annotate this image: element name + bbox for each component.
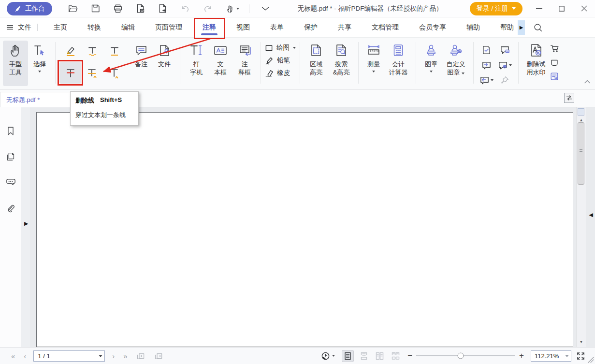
delete-page-icon[interactable] <box>135 3 145 14</box>
drawing-button[interactable]: 绘图 <box>265 44 296 52</box>
minimize-button[interactable] <box>535 4 543 13</box>
hand-tool-button[interactable]: 手型工具 <box>3 41 28 86</box>
select-tool-button[interactable]: 选择 <box>28 41 51 86</box>
shop-bag-icon[interactable] <box>550 58 559 67</box>
first-page-button[interactable]: « <box>7 352 19 360</box>
menu-tab-comment[interactable]: 注释 <box>192 17 226 38</box>
file-attachment-button[interactable]: 文件 <box>153 41 176 86</box>
menu-tab-member-exclusive[interactable]: 会员专享 <box>409 17 456 38</box>
hand-tool-quick-button[interactable] <box>225 4 239 14</box>
squiggly-underline-tool-button[interactable] <box>81 41 103 62</box>
tab-switch-button[interactable] <box>564 93 574 103</box>
attachments-panel-icon[interactable] <box>5 203 16 214</box>
file-menu[interactable]: 文件 <box>6 23 31 32</box>
facing-view-button[interactable] <box>374 350 386 362</box>
window-resize-grip[interactable] <box>588 357 594 363</box>
menu-tab-edit[interactable]: 编辑 <box>111 17 145 38</box>
highlight-tool-button[interactable] <box>59 41 81 62</box>
typewriter-button[interactable]: 打字机 <box>184 41 208 86</box>
underline-tool-button[interactable] <box>103 41 126 62</box>
document-viewport[interactable] <box>30 107 576 347</box>
import-comments-button[interactable] <box>481 60 492 70</box>
pdf-page[interactable] <box>36 112 573 347</box>
zoom-out-button[interactable]: − <box>404 351 416 361</box>
collapse-ribbon-icon[interactable] <box>583 79 591 85</box>
measure-button[interactable]: 测量 <box>363 41 385 86</box>
sidebar-expand-handle[interactable]: ▶ <box>24 220 28 227</box>
reply-comments-button[interactable] <box>479 75 493 85</box>
facing-continuous-view-button[interactable] <box>390 350 402 362</box>
keep-tool-selected-pin-button[interactable] <box>500 75 509 85</box>
redo-icon[interactable] <box>203 3 213 14</box>
menu-tab-assist[interactable]: 辅助 <box>456 17 490 38</box>
window-controls <box>535 4 588 13</box>
next-page-button[interactable]: › <box>108 352 119 360</box>
last-page-button[interactable]: » <box>119 352 131 360</box>
scroll-up-arrow[interactable]: ▲ <box>577 118 586 122</box>
tooltip-title: 删除线 <box>75 96 94 105</box>
close-button[interactable] <box>580 4 588 13</box>
scroll-down-arrow[interactable]: ▼ <box>577 340 586 344</box>
maximize-button[interactable] <box>558 5 566 13</box>
approve-comments-button[interactable] <box>481 45 492 55</box>
custom-stamp-button[interactable]: 自定义图章 <box>442 41 469 86</box>
comment-summary-button[interactable] <box>500 45 510 55</box>
menu-tab-protect[interactable]: 保护 <box>294 17 328 38</box>
right-panel-expand-handle[interactable]: ◀ <box>589 212 593 218</box>
note-button[interactable]: 备注 <box>130 41 153 86</box>
pencil-button[interactable]: 铅笔 <box>265 56 296 65</box>
search-highlight-button[interactable]: 搜索&高亮 <box>328 41 354 86</box>
undo-icon[interactable] <box>180 3 190 14</box>
menu-tab-share[interactable]: 共享 <box>328 17 362 38</box>
bookmarks-panel-icon[interactable] <box>5 126 16 136</box>
scrollbar-thumb[interactable] <box>578 122 584 185</box>
insert-text-tool-button[interactable] <box>103 62 126 84</box>
page-number-combobox[interactable]: 1 / 1 <box>33 350 105 362</box>
continuous-view-button[interactable] <box>358 350 370 362</box>
comments-panel-icon[interactable] <box>5 177 16 188</box>
menu-tab-page-management[interactable]: 页面管理 <box>145 17 192 38</box>
menu-tab-convert[interactable]: 转换 <box>77 17 111 38</box>
previous-view-button[interactable] <box>132 351 150 361</box>
vertical-scrollbar[interactable]: ▲ ▼ <box>576 107 586 347</box>
accounting-calculator-button[interactable]: 会计计算器 <box>385 41 412 86</box>
reading-timer-button[interactable] <box>321 351 335 361</box>
login-register-button[interactable]: 登录 / 注册 <box>470 2 522 15</box>
stamp-button[interactable]: 图章 <box>420 41 442 86</box>
area-highlight-button[interactable]: 区域高亮 <box>304 41 328 86</box>
previous-page-button[interactable]: ‹ <box>19 352 30 360</box>
remove-trial-watermark-button[interactable]: 删除试用水印 <box>522 41 550 86</box>
search-icon[interactable] <box>533 22 543 33</box>
subscription-list-icon[interactable] <box>550 72 559 81</box>
next-view-button[interactable] <box>150 351 168 361</box>
menu-tab-document-management[interactable]: 文档管理 <box>362 17 409 38</box>
callout-button[interactable]: 注释框 <box>232 41 257 86</box>
pages-panel-icon[interactable] <box>5 151 16 162</box>
zoom-in-button[interactable]: + <box>515 351 528 361</box>
textbox-button[interactable]: 文本框 <box>208 41 232 86</box>
zoom-level-combobox[interactable]: 112.21% <box>531 350 571 362</box>
save-icon[interactable] <box>90 3 101 14</box>
replace-text-tool-button[interactable] <box>81 62 103 84</box>
eraser-button[interactable]: 橡皮 <box>265 69 296 77</box>
document-tab[interactable]: 无标题.pdf * <box>0 92 71 107</box>
fullscreen-button[interactable] <box>576 351 585 361</box>
open-file-icon[interactable] <box>68 3 78 14</box>
zoom-slider[interactable] <box>416 355 515 356</box>
menu-overflow-expand-button[interactable]: ▶ <box>518 20 525 35</box>
cart-icon[interactable] <box>550 44 559 53</box>
zoom-slider-thumb[interactable] <box>458 353 464 359</box>
menu-tab-view[interactable]: 视图 <box>226 17 260 38</box>
print-icon[interactable] <box>113 3 123 14</box>
single-page-view-button[interactable] <box>342 350 354 362</box>
menu-tab-form[interactable]: 表单 <box>260 17 294 38</box>
workspace-button[interactable]: 工作台 <box>7 2 52 15</box>
strikeout-tool-button[interactable] <box>59 62 81 84</box>
login-dropdown-caret <box>512 7 516 10</box>
insert-page-icon[interactable] <box>158 3 168 14</box>
collapse-toolbar-icon[interactable] <box>260 3 271 14</box>
split-view-box[interactable] <box>578 108 584 116</box>
comment-settings-button[interactable] <box>498 60 512 70</box>
menu-tab-home[interactable]: 主页 <box>44 17 77 38</box>
menu-tab-help[interactable]: 帮助 <box>490 17 517 38</box>
